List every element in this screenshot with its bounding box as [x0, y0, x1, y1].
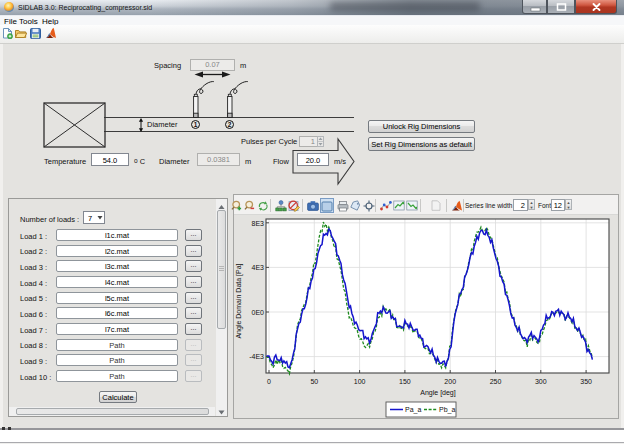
- svg-text:50: 50: [310, 378, 318, 385]
- svg-text:300: 300: [535, 378, 547, 385]
- svg-text:Pa_a: Pa_a: [405, 406, 421, 414]
- svg-text:8E3: 8E3: [252, 220, 265, 227]
- svg-text:Pb_a: Pb_a: [439, 406, 455, 414]
- svg-text:0E0: 0E0: [252, 309, 265, 316]
- svg-text:4E3: 4E3: [252, 264, 265, 271]
- svg-text:350: 350: [580, 378, 592, 385]
- svg-text:100: 100: [354, 378, 366, 385]
- svg-text:150: 150: [399, 378, 411, 385]
- svg-text:Angle Domain Data [Pa]: Angle Domain Data [Pa]: [235, 263, 243, 338]
- svg-text:-4E3: -4E3: [249, 353, 264, 360]
- svg-text:250: 250: [490, 378, 502, 385]
- svg-text:200: 200: [444, 378, 456, 385]
- svg-text:0: 0: [267, 378, 271, 385]
- svg-text:Angle [deg]: Angle [deg]: [420, 389, 455, 397]
